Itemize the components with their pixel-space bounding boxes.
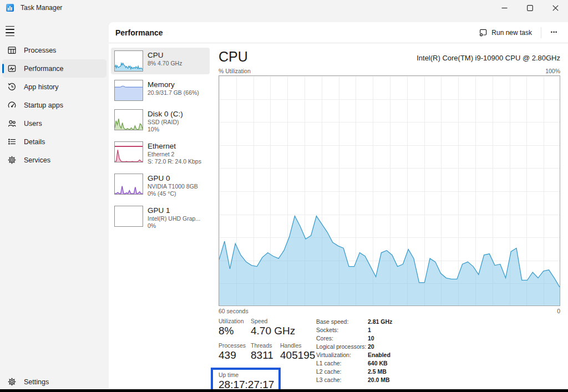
perf-item-gpu0[interactable]: GPU 0 NVIDIA T1000 8GB 0% (45 °C) [111,171,210,200]
performance-list: CPU 8% 4.70 GHz Memory 20.9/31.7 GB (66%… [109,43,210,389]
sidebar-item-app-history[interactable]: App history [2,78,106,96]
chart-x-right-label: 0 [557,308,560,314]
perf-item-disk0[interactable]: Disk 0 (C:) SSD (RAID) 10% [111,106,210,136]
threads-label: Threads [251,342,280,349]
sidebar-item-processes[interactable]: Processes [2,41,106,59]
handles-label: Handles [280,342,316,349]
maximize-icon [527,5,533,11]
uptime-label: Up time [219,371,275,378]
sidebar-item-details[interactable]: Details [2,133,106,151]
minimize-icon [501,5,508,11]
header-divider [541,27,541,38]
cpu-title: CPU [219,49,248,64]
hamburger-icon [6,26,21,27]
sidebar-item-services[interactable]: Services [2,151,106,169]
run-new-task-label: Run new task [491,29,532,37]
memory-mini-chart [114,80,143,101]
utilization-label: Utilization [219,318,251,324]
minimize-button[interactable] [491,0,517,16]
cpu-panel: CPU Intel(R) Core(TM) i9-10900 CPU @ 2.8… [210,43,568,389]
gpu0-mini-chart [114,174,143,195]
gpu1-mini-chart [114,206,143,227]
gear-icon [7,377,17,386]
cpu-mini-chart [114,50,143,72]
processes-value: 439 [219,349,251,362]
services-icon [7,155,17,165]
sidebar-item-settings[interactable]: Settings [2,373,106,391]
run-new-task-icon [479,28,488,37]
page-header: Performance Run new task ••• [109,22,568,43]
performance-icon [7,64,17,73]
sidebar-item-label: Details [24,138,45,146]
processes-icon [7,45,17,55]
chart-y-max-label: 100% [545,68,560,74]
sidebar-item-label: App history [24,83,59,91]
uptime-highlight-box: Up time 28:17:27:17 [211,368,281,389]
uptime-value: 28:17:27:17 [219,379,275,389]
window-controls [491,0,568,16]
processes-label: Processes [219,342,251,349]
bottom-black-bar [0,389,568,392]
sidebar-item-startup-apps[interactable]: Startup apps [2,96,106,114]
sidebar-item-label: Performance [24,65,64,73]
users-icon [7,119,17,128]
chart-x-left-label: 60 seconds [219,308,248,314]
sidebar-item-label: Settings [24,378,49,386]
threads-value: 8311 [251,349,280,362]
perf-item-cpu[interactable]: CPU 8% 4.70 GHz [111,48,210,74]
cpu-utilization-chart [219,75,560,306]
sidebar-nav: Processes Performance App history Startu… [2,41,106,169]
ethernet-mini-chart [114,141,143,162]
startup-apps-icon [7,100,17,110]
cpu-model: Intel(R) Core(TM) i9-10900 CPU @ 2.80GHz [417,54,560,64]
speed-label: Speed [251,318,316,324]
perf-item-memory[interactable]: Memory 20.9/31.7 GB (66%) [111,77,210,104]
sidebar-item-label: Startup apps [24,101,63,109]
sidebar-item-label: Processes [24,47,56,54]
sidebar-settings: Settings [2,373,106,391]
utilization-value: 8% [219,325,251,337]
more-options-button[interactable]: ••• [546,26,562,40]
task-manager-app-icon [6,4,14,12]
window-title: Task Manager [21,4,62,12]
content-card: Performance Run new task ••• [109,22,568,389]
navigation-menu-button[interactable] [6,24,21,38]
cpu-stats-primary: Utilization Speed 8% 4.70 GHz Processes … [219,318,316,389]
perf-item-ethernet[interactable]: Ethernet Ethernet 2 S: 72.0 R: 24.0 Kbps [111,139,210,168]
chart-y-axis-label: % Utilization [219,68,251,74]
handles-value: 405195 [280,349,316,362]
speed-value: 4.70 GHz [251,325,316,337]
sidebar-item-label: Users [24,120,42,128]
ellipsis-icon: ••• [551,29,557,35]
perf-item-gpu1[interactable]: GPU 1 Intel(R) UHD Grap... 0% [111,203,210,232]
run-new-task-button[interactable]: Run new task [474,26,536,40]
page-title: Performance [115,28,163,37]
sidebar-item-label: Services [24,156,50,164]
sidebar: Processes Performance App history Startu… [0,16,109,392]
disk-mini-chart [114,109,143,130]
title-bar: Task Manager [0,0,568,16]
maximize-button[interactable] [517,0,542,16]
cpu-stats-details: Base speed: 2.81 GHz Sockets: 1 Cores: 1… [316,318,392,389]
close-button[interactable] [542,0,568,16]
close-icon [552,5,559,11]
sidebar-item-users[interactable]: Users [2,114,106,133]
details-icon [7,137,17,146]
app-history-icon [7,82,17,91]
sidebar-item-performance[interactable]: Performance [2,59,106,78]
cpu-stats: Utilization Speed 8% 4.70 GHz Processes … [219,318,560,389]
